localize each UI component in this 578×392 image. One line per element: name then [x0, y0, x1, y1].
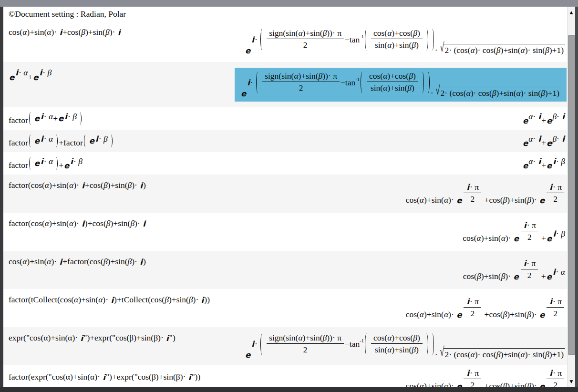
math-t: )·: [134, 218, 142, 228]
math-rp: [54, 134, 58, 148]
math-rp: [425, 333, 428, 355]
expression-input[interactable]: cos(α)+sin(α)· i+factor(cos(β)+sin(β)· i…: [3, 251, 146, 267]
expression-input[interactable]: factorei· α+factorei· β: [3, 134, 114, 148]
math-c: i: [70, 157, 73, 166]
math-row: ei· sign(sin(α)+sin(β))· π2−tan-1cos(α)+…: [245, 333, 565, 360]
math-v: α: [420, 381, 424, 387]
math-fr: i· π2: [464, 368, 481, 387]
math-fr: sign(sin(α)+sin(β))· π2: [262, 71, 340, 93]
scroll-down-button[interactable]: ▼: [568, 377, 575, 386]
math-v: β: [412, 345, 416, 355]
math-c: i: [64, 112, 68, 121]
math-num: sign(sin(α)+sin(β))· π: [267, 333, 344, 344]
math-t: cos(: [369, 71, 383, 81]
math-t: · π: [553, 182, 562, 192]
math-v: α: [74, 295, 78, 305]
math-v: β: [81, 27, 85, 37]
math-t: )·: [506, 233, 513, 243]
window-left-border: [0, 7, 3, 392]
expression-input[interactable]: expr("cos(α)+sin(α)· i")+expr("cos(β)+si…: [3, 327, 175, 343]
math-c: e: [58, 114, 64, 123]
math-t: 2: [470, 194, 475, 204]
expression-result[interactable]: ei· sign(sin(α)+sin(β))· π2−tan-1cos(α)+…: [245, 28, 568, 55]
math-t: )+tCollect(cos(: [114, 295, 165, 305]
math-c: e: [9, 73, 15, 82]
math-c: i: [15, 68, 19, 77]
math-t: 2: [527, 232, 532, 242]
expression-input[interactable]: factorei· α+ei· β: [3, 156, 83, 171]
math-t: factor(cos(: [9, 180, 45, 190]
math-t: )·: [110, 27, 117, 37]
math-row: cos(α)+cos(β)sin(α)+sin(β): [370, 333, 423, 356]
math-t: )+cos(: [85, 218, 106, 228]
math-c: i: [81, 219, 85, 228]
math-sup: i· β: [95, 134, 108, 144]
math-c: e: [539, 310, 545, 320]
scrollbar-thumb[interactable]: [568, 35, 575, 355]
math-t: ·: [250, 78, 255, 88]
math-par: ei· α: [29, 134, 58, 148]
math-v: α: [294, 71, 298, 81]
math-v: β: [503, 381, 507, 387]
math-c: e: [539, 382, 545, 387]
expression-result[interactable]: eα· i+eβ· i: [522, 112, 568, 126]
expression-result[interactable]: cos(α)+sin(α)· ei· π2 +ei· β: [463, 220, 568, 243]
math-v: α: [466, 88, 470, 98]
math-t: ")): [191, 372, 200, 382]
math-fr: i· π2: [464, 297, 481, 319]
expression-input[interactable]: factor(cos(α)+sin(α)· i+cos(β)+sin(β)· i…: [3, 175, 146, 190]
expression-result[interactable]: cos(β)+sin(β)· ei· π2 +ei· α: [463, 258, 568, 281]
expression-result[interactable]: cos(α)+sin(α)· ei· π2 +cos(β)+sin(β)· ei…: [406, 365, 568, 387]
math-row: ei· α+ei· β: [9, 68, 52, 82]
expression-input[interactable]: cos(α)+sin(α)· i+cos(β)+sin(β)· i: [3, 21, 121, 37]
math-t: +cos(: [482, 195, 503, 205]
math-t: ·: [19, 68, 23, 78]
math-v: α: [501, 233, 506, 243]
expression-input[interactable]: ei· α+ei· β: [3, 62, 52, 83]
math-t: )+sin(: [85, 27, 105, 37]
math-fr: i· π2: [547, 368, 564, 387]
math-c: e: [546, 234, 552, 243]
math-t: )+sin(: [501, 45, 521, 55]
math-fr: i· π2: [547, 182, 564, 204]
math-v: α: [516, 88, 521, 98]
document-settings-line[interactable]: ©Document setting : Radian, Polar: [3, 7, 568, 21]
math-t: 2: [299, 83, 303, 93]
expression-result-selected[interactable]: ei· sign(sin(α)+sin(β))· π2−tan-1cos(α)+…: [235, 68, 567, 102]
math-row: factor(cos(α)+sin(α)· i)+cos(β)+sin(β)· …: [9, 218, 146, 228]
scroll-up-button[interactable]: ▲: [568, 8, 575, 17]
math-v: β: [561, 156, 565, 166]
math-par: cos(α)+cos(β)sin(α)+sin(β): [364, 333, 429, 356]
math-sq: √2· (cos(α)· cos(β)+sin(α)· sin(β)+1): [440, 44, 565, 55]
expression-result[interactable]: eα· i+ei· β: [522, 156, 568, 171]
window-right-border: [575, 7, 578, 392]
math-lp: [256, 72, 259, 93]
expression-result[interactable]: cos(α)+sin(α)· ei· π2 +cos(β)+sin(β)· ei…: [406, 182, 568, 205]
math-t: ")+expr("cos(β)+sin(β)·: [106, 372, 188, 382]
math-den: 2: [301, 39, 310, 50]
math-v: β: [503, 309, 507, 320]
math-t: +: [541, 115, 546, 125]
math-lp: [365, 29, 368, 51]
math-num: i· π: [521, 258, 538, 269]
math-den: 2: [297, 82, 306, 93]
expression-result[interactable]: eα· i+eβ· i: [522, 134, 568, 148]
math-t: )+sin(: [299, 71, 319, 81]
expression-input[interactable]: factor(cos(α)+sin(α)· i)+cos(β)+sin(β)· …: [3, 213, 146, 228]
math-v: α: [470, 45, 475, 55]
math-t: )·: [73, 218, 81, 228]
math-t: ): [412, 83, 414, 93]
expression-input[interactable]: factor(tCollect(cos(α)+sin(α)· i)+tColle…: [3, 289, 210, 305]
expression-input[interactable]: factorei· α+ei· β: [3, 112, 83, 126]
math-num: i· π: [547, 182, 564, 193]
vertical-scrollbar[interactable]: ▲ ▼: [567, 7, 575, 387]
math-c: e: [34, 136, 40, 145]
math-row: cos(α)+sin(α)· ei· π2 +cos(β)+sin(β)· ei…: [406, 368, 565, 387]
expression-result[interactable]: cos(α)+sin(α)· ei· π2 +cos(β)+sin(β)· ei…: [406, 297, 568, 320]
math-den: sin(α)+sin(β): [372, 344, 421, 355]
math-v: α: [561, 267, 565, 277]
math-v: α: [69, 218, 73, 228]
expression-result[interactable]: ei· sign(sin(α)+sin(β))· π2−tan-1cos(α)+…: [245, 333, 568, 360]
expression-input[interactable]: factor(expr("cos(α)+sin(α)· i")+expr("co…: [3, 365, 200, 382]
math-v: α: [49, 156, 53, 166]
